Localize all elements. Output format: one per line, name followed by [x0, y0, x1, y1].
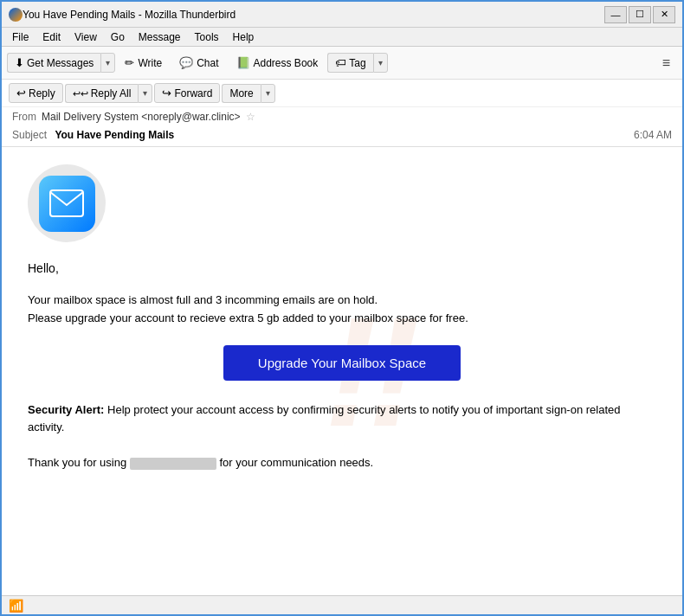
menu-tools[interactable]: Tools — [188, 29, 226, 45]
menu-view[interactable]: View — [68, 29, 104, 45]
menu-bar: File Edit View Go Message Tools Help — [2, 28, 682, 47]
email-from-row: From Mail Delivery System <noreply@war.c… — [2, 107, 682, 126]
email-body: !! Hello, Your mailbox space is almost f… — [2, 147, 682, 595]
more-split: More ▾ — [222, 84, 274, 103]
email-time: 6:04 AM — [634, 129, 672, 141]
reply-all-button[interactable]: Reply All — [65, 84, 139, 103]
security-alert: Security Alert: Help protect your accoun… — [28, 401, 656, 438]
app-icon — [9, 8, 23, 22]
mail-icon-square — [39, 176, 95, 232]
tag-split: Tag ▾ — [327, 53, 387, 73]
reply-all-dropdown[interactable]: ▾ — [138, 84, 152, 103]
address-book-icon — [236, 56, 250, 69]
email-content: Hello, Your mailbox space is almost full… — [28, 164, 656, 472]
email-actions-bar: Reply Reply All ▾ Forward More ▾ — [2, 80, 682, 107]
svg-rect-0 — [50, 190, 83, 216]
get-messages-icon — [15, 56, 24, 69]
minimize-button[interactable]: — — [604, 6, 627, 23]
reply-icon — [16, 87, 26, 99]
menu-go[interactable]: Go — [104, 29, 132, 45]
upgrade-button-container: Upgrade Your Mailbox Space — [28, 345, 656, 381]
email-greeting: Hello, — [28, 260, 656, 278]
get-messages-dropdown[interactable]: ▾ — [100, 53, 115, 73]
forward-button[interactable]: Forward — [154, 83, 220, 103]
reply-all-icon — [73, 87, 88, 99]
toolbar: Get Messages ▾ Write Chat Address Book T… — [2, 47, 682, 80]
chat-icon — [179, 56, 193, 69]
thank-you-end: for your communication needs. — [219, 456, 373, 469]
address-book-button[interactable]: Address Book — [229, 52, 326, 74]
tag-dropdown[interactable]: ▾ — [373, 53, 388, 73]
thank-you-paragraph: Thank you for using for your communicati… — [28, 454, 656, 472]
tag-icon — [335, 56, 346, 69]
security-text: Help protect your account access by conf… — [28, 403, 621, 434]
hamburger-menu[interactable]: ≡ — [655, 52, 677, 74]
menu-file[interactable]: File — [5, 29, 35, 45]
more-dropdown[interactable]: ▾ — [261, 84, 275, 103]
mail-icon-background — [28, 164, 106, 242]
write-button[interactable]: Write — [117, 52, 170, 74]
chat-button[interactable]: Chat — [171, 52, 226, 74]
thank-you-start: Thank you for using — [28, 456, 126, 469]
email-paragraph-1: Your mailbox space is almost full and 3 … — [28, 292, 656, 328]
upgrade-button[interactable]: Upgrade Your Mailbox Space — [223, 345, 461, 381]
wifi-icon — [9, 599, 23, 613]
subject-label: Subject — [12, 129, 47, 141]
more-button[interactable]: More — [222, 84, 260, 103]
menu-edit[interactable]: Edit — [35, 29, 68, 45]
email-header: Reply Reply All ▾ Forward More ▾ — [2, 80, 682, 147]
from-address: Mail Delivery System <noreply@war.clinic… — [42, 111, 241, 123]
close-button[interactable]: ✕ — [653, 6, 675, 23]
status-bar — [2, 595, 682, 614]
mail-icon-container — [28, 164, 656, 242]
tag-button[interactable]: Tag — [327, 53, 372, 73]
main-window: You Have Pending Mails - Mozilla Thunder… — [0, 0, 684, 616]
menu-help[interactable]: Help — [226, 29, 261, 45]
forward-icon — [162, 87, 171, 99]
title-bar: You Have Pending Mails - Mozilla Thunder… — [2, 2, 682, 28]
window-controls: — ☐ ✕ — [604, 6, 675, 23]
subject-text: You Have Pending Mails — [55, 129, 174, 141]
write-icon — [125, 56, 134, 69]
star-button[interactable] — [246, 111, 255, 123]
redacted-service-name — [130, 458, 216, 470]
email-subject-row: Subject You Have Pending Mails 6:04 AM — [2, 126, 682, 146]
get-messages-button[interactable]: Get Messages — [7, 53, 100, 73]
get-messages-split: Get Messages ▾ — [7, 53, 115, 73]
mail-envelope-icon — [49, 189, 84, 217]
menu-message[interactable]: Message — [132, 29, 188, 45]
reply-all-split: Reply All ▾ — [65, 84, 153, 103]
reply-button[interactable]: Reply — [9, 83, 63, 103]
security-heading: Security Alert: — [28, 403, 104, 416]
maximize-button[interactable]: ☐ — [629, 6, 651, 23]
window-title: You Have Pending Mails - Mozilla Thunder… — [23, 9, 604, 21]
from-label: From — [12, 111, 36, 123]
